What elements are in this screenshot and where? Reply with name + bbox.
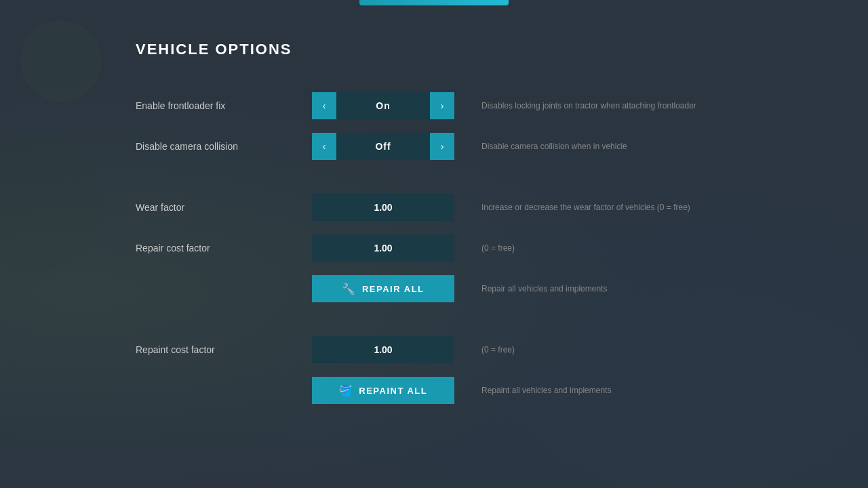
frontloader-fix-value: On	[336, 92, 430, 119]
wear-factor-label: Wear factor	[136, 202, 312, 213]
repaint-cost-label: Repaint cost factor	[136, 344, 312, 355]
frontloader-fix-description: Disables locking joints on tractor when …	[481, 101, 732, 110]
repair-icon: 🔧	[342, 283, 357, 296]
frontloader-fix-control: ‹ On ›	[312, 92, 454, 119]
camera-collision-control: ‹ Off ›	[312, 133, 454, 160]
repaint-all-description: Repaint all vehicles and implements	[481, 386, 732, 395]
arrow-left-icon-2: ‹	[323, 141, 326, 152]
arrow-right-icon-2: ›	[441, 141, 444, 152]
repaint-all-control: 🪣 REPAINT ALL	[312, 377, 454, 404]
top-bar	[359, 0, 509, 5]
arrow-right-icon: ›	[441, 100, 444, 111]
wear-factor-control: 1.00	[312, 194, 454, 221]
repair-cost-description: (0 = free)	[481, 243, 732, 253]
frontloader-fix-row: Enable frontloader fix ‹ On › Disables l…	[136, 85, 732, 126]
camera-collision-value: Off	[336, 133, 430, 160]
repair-cost-row: Repair cost factor 1.00 (0 = free)	[136, 228, 732, 268]
repair-all-control: 🔧 REPAIR ALL	[312, 275, 454, 302]
repaint-cost-value-button[interactable]: 1.00	[312, 336, 454, 363]
camera-collision-description: Disable camera collision when in vehicle	[481, 142, 732, 151]
repaint-cost-row: Repaint cost factor 1.00 (0 = free)	[136, 329, 732, 370]
frontloader-fix-label: Enable frontloader fix	[136, 100, 312, 111]
wear-factor-value: 1.00	[374, 202, 392, 213]
repaint-cost-description: (0 = free)	[481, 345, 732, 354]
repair-cost-value-button[interactable]: 1.00	[312, 235, 454, 262]
repair-cost-control: 1.00	[312, 235, 454, 262]
camera-collision-next-button[interactable]: ›	[430, 133, 454, 160]
wear-factor-row: Wear factor 1.00 Increase or decrease th…	[136, 187, 732, 228]
repaint-cost-control: 1.00	[312, 336, 454, 363]
page-title: VEHICLE OPTIONS	[136, 41, 732, 58]
camera-collision-row: Disable camera collision ‹ Off › Disable…	[136, 126, 732, 167]
camera-collision-label: Disable camera collision	[136, 141, 312, 152]
repaint-all-label: REPAINT ALL	[359, 386, 427, 396]
repair-cost-value: 1.00	[374, 243, 392, 253]
camera-collision-prev-button[interactable]: ‹	[312, 133, 336, 160]
repaint-cost-value: 1.00	[374, 344, 392, 355]
repair-all-description: Repair all vehicles and implements	[481, 284, 732, 293]
repair-all-label: REPAIR ALL	[362, 284, 425, 294]
wear-factor-description: Increase or decrease the wear factor of …	[481, 203, 732, 212]
wear-factor-value-button[interactable]: 1.00	[312, 194, 454, 221]
frontloader-fix-prev-button[interactable]: ‹	[312, 92, 336, 119]
repaint-icon: 🪣	[339, 384, 354, 397]
repair-all-button[interactable]: 🔧 REPAIR ALL	[312, 275, 454, 302]
options-container: Enable frontloader fix ‹ On › Disables l…	[136, 85, 732, 411]
frontloader-fix-next-button[interactable]: ›	[430, 92, 454, 119]
arrow-left-icon: ‹	[323, 100, 326, 111]
repair-all-row: 🔧 REPAIR ALL Repair all vehicles and imp…	[136, 268, 732, 309]
repaint-all-button[interactable]: 🪣 REPAINT ALL	[312, 377, 454, 404]
repair-cost-label: Repair cost factor	[136, 243, 312, 253]
repaint-all-row: 🪣 REPAINT ALL Repaint all vehicles and i…	[136, 370, 732, 411]
